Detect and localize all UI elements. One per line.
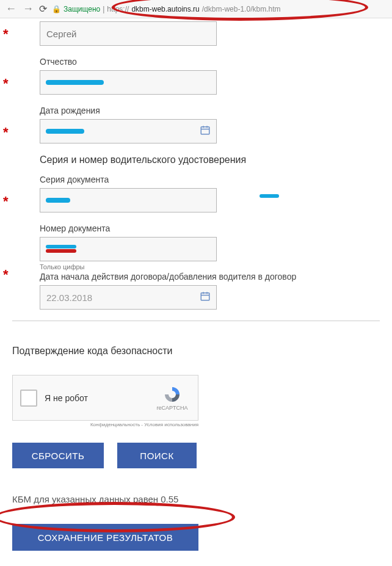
patronymic-label: Отчество	[40, 57, 380, 67]
page-content: * Отчество * Дата рождения *	[0, 18, 392, 551]
contract-date-input[interactable]	[40, 285, 217, 310]
required-star: *	[3, 26, 9, 42]
url-host: dkbm-web.autoins.ru	[131, 5, 199, 13]
recaptcha-widget: Я не робот reCAPTCHA	[12, 375, 198, 421]
redaction-mark	[46, 249, 76, 253]
digits-only-hint: Только цифры	[40, 263, 380, 270]
redaction-mark	[46, 245, 76, 249]
forward-icon[interactable]: →	[22, 2, 34, 15]
recaptcha-checkbox[interactable]	[20, 390, 37, 407]
reset-button[interactable]: СБРОСИТЬ	[12, 443, 104, 468]
button-row: СБРОСИТЬ ПОИСК	[12, 443, 380, 468]
doc-series-label: Серия документа	[40, 175, 380, 184]
reload-icon[interactable]: ⟳	[39, 3, 47, 15]
license-section-title: Серия и номер водительского удостоверени…	[40, 154, 380, 165]
url-bar[interactable]: 🔒 Защищено | https://dkbm-web.autoins.ru…	[52, 5, 387, 13]
recaptcha-label: Я не робот	[45, 393, 147, 403]
redaction-mark	[46, 198, 70, 203]
section-divider	[12, 321, 380, 321]
url-path: /dkbm-web-1.0/kbm.htm	[202, 5, 281, 13]
redaction-mark	[260, 194, 279, 198]
save-results-button[interactable]: СОХРАНЕНИЕ РЕЗУЛЬТАТОВ	[12, 524, 198, 551]
url-scheme: https://	[107, 5, 129, 13]
doc-number-label: Номер документа	[40, 223, 380, 233]
browser-chrome: ← → ⟳ 🔒 Защищено | https://dkbm-web.auto…	[0, 0, 392, 18]
redaction-mark	[46, 80, 104, 85]
secure-label: Защищено	[64, 5, 100, 13]
lock-icon: 🔒	[52, 5, 61, 13]
redaction-mark	[46, 129, 84, 134]
search-button[interactable]: ПОИСК	[117, 443, 197, 468]
first-name-input[interactable]	[40, 21, 217, 46]
required-star: *	[3, 125, 9, 140]
recaptcha-terms: Конфиденциальность - Условия использован…	[12, 422, 198, 427]
recaptcha-logo: reCAPTCHA	[154, 385, 191, 411]
required-star: *	[3, 194, 9, 209]
back-icon[interactable]: ←	[5, 2, 17, 15]
captcha-section-title: Подтверждение кода безопасности	[12, 346, 380, 357]
contract-date-label: Дата начала действия договора/добавления…	[40, 272, 380, 281]
required-star: *	[3, 267, 9, 283]
result-text: КБМ для указанных данных равен 0.55	[12, 494, 380, 504]
dob-label: Дата рождения	[40, 106, 380, 115]
required-star: *	[3, 76, 9, 92]
